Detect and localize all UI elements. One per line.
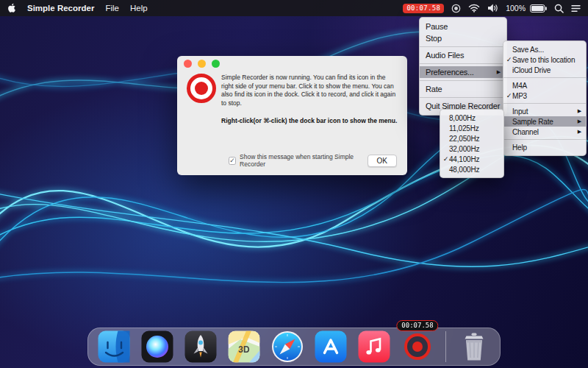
menu-separator: [420, 80, 506, 81]
notification-center-icon[interactable]: [571, 4, 581, 13]
minimize-button[interactable]: [198, 60, 206, 68]
check-mark: ✓: [506, 92, 512, 99]
music-icon: [357, 330, 391, 364]
dialog-body-text: Simple Recorder is now running. You can …: [221, 74, 398, 107]
menubar-menu-help[interactable]: Help: [130, 4, 148, 13]
menu-separator: [503, 77, 586, 78]
recorder-app-icon: [187, 74, 216, 103]
menu-item-channel[interactable]: Channel▶: [503, 127, 586, 137]
submenu-arrow-icon: ▶: [573, 129, 581, 135]
battery-icon[interactable]: [530, 4, 547, 13]
siri-icon: [140, 330, 174, 364]
menu-item-preferences[interactable]: Preferences... ▶: [420, 66, 506, 78]
menu-item-8000hz[interactable]: 8,000Hz: [440, 113, 503, 123]
menu-item-32000hz[interactable]: 32,000Hz: [440, 144, 503, 154]
dialog-bold-note: Right-click(or ⌘-click) the dock bar ico…: [221, 117, 398, 126]
simple-recorder-icon: [404, 333, 431, 360]
record-dot: [412, 342, 423, 352]
launchpad-icon: [184, 330, 218, 364]
checkbox-label: Show this message when starting Simple R…: [240, 153, 367, 168]
dock-item-simple-recorder[interactable]: 00:07.58: [401, 330, 434, 364]
dock-item-app-store[interactable]: [314, 330, 348, 364]
record-status-icon[interactable]: [451, 4, 461, 13]
dock-item-music[interactable]: [357, 330, 391, 364]
app-store-icon: [314, 330, 348, 364]
menu-item-icloud-drive[interactable]: iCloud Drive: [503, 65, 586, 75]
dock-recording-timer: 00:07.58: [396, 320, 438, 331]
dock: 3D: [87, 328, 501, 366]
record-dot: [195, 82, 208, 95]
menu-item-mp3[interactable]: ✓MP3: [503, 91, 586, 101]
show-message-checkbox[interactable]: ✓: [229, 157, 236, 165]
maps-3d-icon: 3D: [227, 330, 261, 364]
menu-item-save-as[interactable]: Save As...: [503, 44, 586, 54]
menu-item-11025hz[interactable]: 11,025Hz: [440, 123, 503, 133]
trash-icon: [457, 330, 491, 364]
menu-separator: [503, 103, 586, 104]
check-mark: ✓: [442, 155, 449, 163]
dock-item-safari[interactable]: [270, 330, 304, 364]
menu-item-audio-files[interactable]: Audio Files: [420, 49, 506, 61]
check-mark: ✓: [506, 56, 512, 63]
apple-menu-icon[interactable]: [7, 3, 16, 13]
menu-item-48000hz[interactable]: 48,000Hz: [440, 164, 503, 174]
dock-item-trash[interactable]: [457, 330, 491, 364]
menu-separator: [420, 63, 506, 64]
dialog-titlebar: [177, 56, 407, 71]
wifi-icon[interactable]: [468, 4, 480, 13]
desktop: Simple Recorder File Help 00:07.58 100%: [0, 0, 588, 368]
menubar-recorder-timer[interactable]: 00:07.58: [403, 4, 444, 13]
finder-icon: [97, 330, 131, 364]
dock-item-launchpad[interactable]: [184, 330, 218, 364]
menu-item-stop[interactable]: Stop: [420, 32, 506, 44]
checkbox-check-icon: ✓: [229, 157, 235, 164]
menu-item-input[interactable]: Input▶: [503, 106, 586, 116]
submenu-arrow-icon: ▶: [573, 108, 581, 114]
sample-rate-submenu: 8,000Hz 11,025Hz 22,050Hz 32,000Hz ✓44,1…: [440, 109, 504, 178]
zoom-button[interactable]: [212, 60, 220, 68]
ok-button[interactable]: OK: [368, 155, 397, 167]
battery-percentage: 100%: [506, 4, 526, 13]
dock-item-3d-maps[interactable]: 3D: [227, 330, 261, 364]
maps-3d-badge: 3D: [238, 344, 250, 355]
menu-item-sample-rate[interactable]: Sample Rate▶: [503, 116, 586, 127]
menu-separator: [503, 139, 586, 140]
menu-item-44100hz[interactable]: ✓44,100Hz: [440, 154, 503, 164]
preferences-submenu: Save As... ✓Save to this location iCloud…: [503, 40, 587, 156]
menu-separator: [420, 46, 506, 47]
menubar-menu-file[interactable]: File: [105, 4, 119, 13]
menu-item-save-to-this-location[interactable]: ✓Save to this location: [503, 54, 586, 65]
safari-icon: [270, 330, 304, 364]
submenu-arrow-icon: ▶: [492, 69, 501, 75]
menu-separator: [420, 97, 506, 98]
menu-item-pause[interactable]: Pause: [420, 21, 506, 32]
dock-divider: [445, 331, 446, 362]
dock-item-finder[interactable]: [97, 330, 131, 364]
recorder-dropdown-menu: Pause Stop Audio Files Preferences... ▶ …: [419, 17, 507, 116]
volume-icon[interactable]: [487, 4, 498, 13]
menu-item-22050hz[interactable]: 22,050Hz: [440, 133, 503, 144]
spotlight-search-icon[interactable]: [554, 4, 564, 13]
menu-item-help[interactable]: Help: [503, 142, 586, 152]
menu-item-rate[interactable]: Rate: [420, 83, 506, 95]
show-message-checkbox-row[interactable]: ✓ Show this message when starting Simple…: [229, 153, 368, 168]
menu-bar: Simple Recorder File Help 00:07.58 100%: [0, 0, 588, 16]
dock-item-siri[interactable]: [140, 330, 174, 364]
menu-item-m4a[interactable]: M4A: [503, 80, 586, 91]
submenu-arrow-icon: ▶: [573, 118, 581, 124]
menubar-app-name[interactable]: Simple Recorder: [27, 4, 94, 13]
close-button[interactable]: [184, 60, 192, 68]
startup-message-dialog: Simple Recorder is now running. You can …: [177, 56, 407, 175]
